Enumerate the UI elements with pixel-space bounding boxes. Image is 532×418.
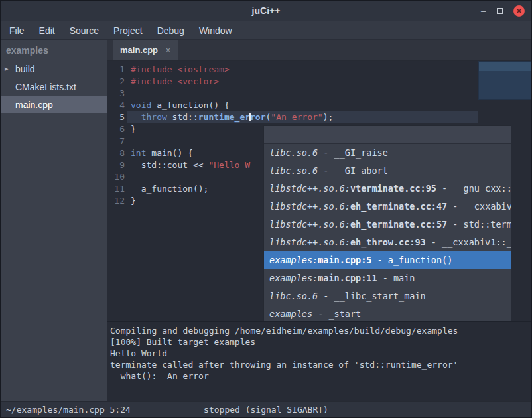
backtrace-file-line: eh_terminate.cc:47 — [350, 201, 447, 212]
terminal-line: Compiling and debugging /home/eidheim/ex… — [110, 325, 529, 336]
editor-line[interactable]: 5 throw std::runtime_error("An error"); — [107, 111, 531, 123]
expander-icon[interactable]: ▸ — [5, 64, 9, 73]
editor-column: main.cpp × 1#include <iostream>2#include… — [107, 40, 531, 401]
backtrace-popup: libc.so.6 - __GI_raiselibc.so.6 - __GI_a… — [263, 125, 511, 321]
tree-item-label: build — [15, 64, 35, 74]
backtrace-item[interactable]: libc.so.6 - __GI_abort — [264, 162, 511, 180]
code-segment: throw — [141, 112, 167, 122]
editor-line[interactable]: 3 — [107, 88, 531, 100]
menu-bar: FileEditSourceProjectDebugWindow — [1, 21, 531, 40]
backtrace-file-line: vterminate.cc:95 — [350, 183, 436, 194]
maximize-icon[interactable] — [497, 8, 503, 14]
backtrace-item[interactable]: libstdc++.so.6:eh_terminate.cc:47 - __cx… — [264, 198, 511, 216]
backtrace-symbol: - __cxxabiv1::__term — [447, 201, 511, 212]
line-code: std::cout << "Hello W — [131, 159, 250, 171]
code-segment: "Hello W — [208, 160, 250, 170]
backtrace-symbol: - main — [377, 273, 415, 283]
line-code: a_function(); — [131, 183, 208, 195]
code-segment: "An error" — [271, 112, 322, 122]
backtrace-symbol: - __libc_start_main — [318, 291, 426, 301]
app-window: juCi++ − ✕ FileEditSourceProjectDebugWin… — [0, 0, 532, 418]
backtrace-item[interactable]: examples:main.cpp:5 - a_function() — [264, 251, 511, 269]
close-icon[interactable]: ✕ — [513, 5, 525, 17]
menu-item-file[interactable]: File — [2, 23, 32, 38]
file-location-status: ~/examples/main.cpp 5:24 — [1, 405, 131, 415]
backtrace-module: examples: — [269, 273, 318, 283]
line-number: 7 — [107, 135, 131, 147]
editor-line[interactable]: 2#include <vector> — [107, 76, 531, 88]
backtrace-item[interactable]: libc.so.6 - __GI_raise — [264, 144, 511, 162]
line-code: } — [131, 195, 136, 207]
line-number: 1 — [107, 64, 131, 76]
terminal-line: [100%] Built target examples — [110, 336, 529, 348]
tree-item-CMakeLists.txt[interactable]: CMakeLists.txt — [1, 78, 107, 96]
backtrace-module: libc.so.6 — [269, 291, 318, 301]
menu-item-window[interactable]: Window — [192, 23, 239, 38]
line-code: int main() { — [131, 147, 193, 159]
code-segment: #include <vector> — [131, 76, 219, 86]
backtrace-module: libstdc++.so.6: — [269, 237, 350, 247]
output-terminal[interactable]: Compiling and debugging /home/eidheim/ex… — [107, 321, 531, 401]
backtrace-file-line: main.cpp:11 — [318, 273, 377, 283]
code-segment: a_function() { — [151, 100, 229, 110]
line-code: #include <iostream> — [131, 64, 230, 76]
tab-label: main.cpp — [120, 45, 158, 55]
backtrace-module: libstdc++.so.6: — [269, 201, 350, 212]
tab-bar: main.cpp × — [107, 40, 531, 61]
backtrace-symbol: - __cxxabiv1::__cxa_thro — [426, 237, 511, 247]
backtrace-item[interactable]: libstdc++.so.6:eh_terminate.cc:57 - std:… — [264, 216, 511, 234]
backtrace-list: libc.so.6 - __GI_raiselibc.so.6 - __GI_a… — [264, 144, 511, 321]
backtrace-item[interactable]: examples:main.cpp:11 - main — [264, 269, 511, 287]
tab-main-cpp[interactable]: main.cpp × — [113, 40, 178, 60]
code-segment: runtime_er — [198, 112, 250, 122]
menu-item-debug[interactable]: Debug — [150, 23, 192, 38]
backtrace-item[interactable]: libstdc++.so.6:vterminate.cc:95 - __gnu_… — [264, 180, 511, 198]
menu-item-project[interactable]: Project — [106, 23, 150, 38]
line-number: 6 — [107, 123, 131, 135]
backtrace-symbol: - _start — [312, 309, 361, 319]
line-code: void a_function() { — [131, 100, 230, 111]
line-code: #include <vector> — [131, 76, 219, 88]
menu-item-source[interactable]: Source — [62, 23, 106, 38]
backtrace-file-line: main.cpp:5 — [318, 255, 371, 265]
code-segment: ); — [323, 112, 334, 122]
terminal-line: Hello World — [110, 348, 529, 359]
terminal-lines: Compiling and debugging /home/eidheim/ex… — [110, 325, 529, 382]
backtrace-item[interactable]: libstdc++.so.6:eh_throw.cc:93 - __cxxabi… — [264, 234, 511, 251]
backtrace-file-line: eh_terminate.cc:57 — [350, 219, 447, 230]
title-bar[interactable]: juCi++ − ✕ — [1, 1, 531, 21]
backtrace-filter-input[interactable] — [264, 126, 511, 144]
backtrace-symbol: - __gnu_cxx::__verbos — [436, 183, 511, 194]
code-segment: int — [131, 148, 146, 158]
menu-item-edit[interactable]: Edit — [32, 23, 62, 38]
line-number: 11 — [107, 183, 131, 195]
minimize-icon[interactable]: − — [480, 6, 486, 16]
code-segment: ror — [250, 112, 265, 122]
tree-item-main.cpp[interactable]: main.cpp — [1, 96, 107, 113]
tree-item-build[interactable]: ▸build — [1, 60, 107, 78]
code-segment: } — [131, 196, 136, 206]
line-number: 2 — [107, 76, 131, 88]
backtrace-module: libstdc++.so.6: — [269, 219, 350, 230]
backtrace-symbol: - a_function() — [371, 255, 452, 265]
backtrace-item[interactable]: examples - _start — [264, 305, 511, 321]
backtrace-item[interactable]: libc.so.6 - __libc_start_main — [264, 287, 511, 305]
editor-overlay-box — [478, 61, 531, 100]
status-bar: stopped (signal SIGABRT) ~/examples/main… — [1, 401, 531, 417]
backtrace-symbol: - __GI_abort — [318, 165, 388, 176]
tab-close-icon[interactable]: × — [166, 46, 170, 55]
line-number: 10 — [107, 171, 131, 183]
terminal-line: terminate called after throwing an insta… — [110, 359, 529, 370]
project-root-label: examples — [1, 40, 107, 60]
main-area: examples ▸buildCMakeLists.txtmain.cpp ma… — [1, 40, 531, 401]
backtrace-module: libc.so.6 — [269, 165, 318, 176]
code-editor[interactable]: 1#include <iostream>2#include <vector>34… — [107, 61, 531, 321]
editor-line[interactable]: 1#include <iostream> — [107, 64, 531, 76]
line-number: 12 — [107, 195, 131, 207]
code-segment: main() { — [146, 148, 192, 158]
code-segment: std:: — [167, 112, 198, 122]
editor-line[interactable]: 4void a_function() { — [107, 100, 531, 111]
terminal-line: what(): An error — [110, 370, 529, 382]
line-number: 3 — [107, 88, 131, 100]
backtrace-symbol: - __GI_raise — [318, 147, 388, 158]
